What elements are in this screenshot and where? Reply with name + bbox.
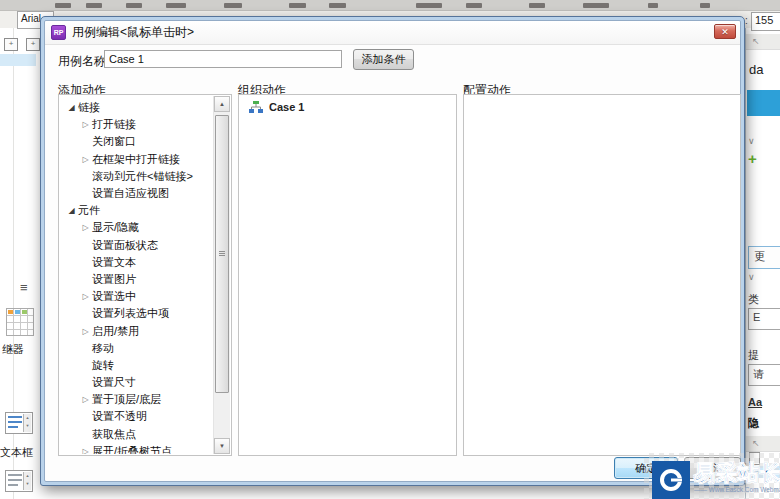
add-interaction-icon[interactable]: + xyxy=(748,150,757,167)
toolbar-fragment xyxy=(466,3,482,8)
case-sitemap-icon xyxy=(249,101,263,113)
watermark-logo-icon xyxy=(652,461,690,499)
tree-expanded-icon[interactable]: ◢ xyxy=(65,103,78,112)
add-condition-button[interactable]: 添加条件 xyxy=(353,49,414,70)
tree-item-label: 打开链接 xyxy=(92,117,136,132)
tree-item[interactable]: 设置不透明 xyxy=(60,408,214,425)
type-dropdown[interactable]: E xyxy=(748,308,780,330)
tree-item[interactable]: ▷在框架中打开链接 xyxy=(60,151,214,168)
selected-widget-preview[interactable] xyxy=(747,90,780,116)
scrollbar-thumb[interactable] xyxy=(215,115,229,393)
dialog-title: 用例编辑<鼠标单击时> xyxy=(72,24,194,41)
grid-cell-orange xyxy=(8,310,13,314)
tree-item[interactable]: ▷设置选中 xyxy=(60,288,214,305)
tree-item[interactable]: 设置尺寸 xyxy=(60,374,214,391)
watermark-subtitle: —— Www.Easck.Com Webmaster xyxy=(694,486,780,492)
chevron-down-icon[interactable]: ∨ xyxy=(748,136,755,146)
tree-item[interactable]: ◢元件 xyxy=(60,202,214,219)
chevron-down-icon[interactable]: ∨ xyxy=(748,272,755,282)
select-arrow-icon: ↖ xyxy=(752,36,760,46)
tree-item[interactable]: 设置图片 xyxy=(60,271,214,288)
tree-collapsed-icon[interactable]: ▷ xyxy=(79,447,92,454)
textfield-widget-icon[interactable]: ▲▼ xyxy=(5,412,33,434)
tree-item[interactable]: 关闭窗口 xyxy=(60,133,214,150)
tree-expanded-icon[interactable]: ◢ xyxy=(65,206,78,215)
tree-item-label: 展开/折叠树节点 xyxy=(92,444,172,454)
tree-item[interactable]: ▷显示/隐藏 xyxy=(60,219,214,236)
toolbar-fragment xyxy=(224,3,242,8)
add-folder-icon[interactable]: + xyxy=(26,38,40,51)
select-arrow-icon: ↖ xyxy=(752,438,760,448)
scroll-down-icon[interactable]: ▼ xyxy=(214,438,230,454)
textarea-widget-icon[interactable]: ▲▼ xyxy=(5,470,33,492)
left-sidebar: + + ≡ 继器 ▲▼ 文本框 ▲▼ xyxy=(0,28,40,499)
inspector-toolbar: ↖ xyxy=(746,34,780,50)
toolbar-fragment xyxy=(416,3,442,8)
tree-item-label: 旋转 xyxy=(92,358,114,373)
tree-item-label: 设置不透明 xyxy=(92,409,147,424)
case-tree-item[interactable]: Case 1 xyxy=(249,101,304,113)
tree-item-label: 设置图片 xyxy=(92,272,136,287)
tree-item-label: 设置自适应视图 xyxy=(92,186,169,201)
hint-style-link[interactable]: Aa xyxy=(748,396,762,408)
tree-collapsed-icon[interactable]: ▷ xyxy=(79,327,92,336)
watermark-title: 易采站长站 xyxy=(694,459,780,487)
scroll-up-icon[interactable]: ▲ xyxy=(214,96,230,112)
top-toolbar xyxy=(0,0,780,11)
outline-toolbar: ↖ xyxy=(746,436,780,452)
panel-menu-icon[interactable]: ≡ xyxy=(20,280,28,295)
repeater-widget-label: 继器 xyxy=(2,342,24,357)
tree-collapsed-icon[interactable]: ▷ xyxy=(79,155,92,164)
more-events-button[interactable]: 更 xyxy=(748,246,780,269)
tree-item[interactable]: 获取焦点 xyxy=(60,426,214,443)
tree-item-label: 滚动到元件<锚链接> xyxy=(92,169,193,184)
toolbar-fragment xyxy=(166,3,186,8)
tree-item[interactable]: ▷打开链接 xyxy=(60,116,214,133)
tree-item-label: 设置面板状态 xyxy=(92,238,158,253)
toolbar-fragment xyxy=(55,3,71,8)
sitemap-selected-row[interactable] xyxy=(0,54,36,66)
tree-collapsed-icon[interactable]: ▷ xyxy=(79,395,92,404)
widget-name-text[interactable]: da xyxy=(749,62,763,77)
type-label: 类 xyxy=(748,292,759,307)
tree-item[interactable]: 设置列表选中项 xyxy=(60,305,214,322)
tree-item[interactable]: 设置面板状态 xyxy=(60,237,214,254)
coordinate-input[interactable]: 155 xyxy=(751,12,780,31)
add-page-icon[interactable]: + xyxy=(4,38,18,51)
case-name-input[interactable] xyxy=(104,50,342,68)
tree-collapsed-icon[interactable]: ▷ xyxy=(79,292,92,301)
textfield-widget-label: 文本框 xyxy=(0,445,33,460)
action-list-scrollbar[interactable]: ▲ ▼ xyxy=(213,96,230,454)
tree-item[interactable]: ▷置于顶层/底层 xyxy=(60,391,214,408)
tree-item-label: 设置尺寸 xyxy=(92,375,136,390)
toolbar-fragment xyxy=(289,3,306,8)
tree-item[interactable]: ▷展开/折叠树节点 xyxy=(60,443,214,454)
tree-item[interactable]: 移动 xyxy=(60,340,214,357)
tree-item[interactable]: ◢链接 xyxy=(60,99,214,116)
tree-item-label: 设置选中 xyxy=(92,289,136,304)
toolbar-fragment xyxy=(648,3,658,8)
tree-item-label: 置于顶层/底层 xyxy=(92,392,161,407)
dialog-titlebar[interactable]: RP 用例编辑<鼠标单击时> xyxy=(45,21,740,45)
tree-item-label: 关闭窗口 xyxy=(92,134,136,149)
case-editor-dialog: RP 用例编辑<鼠标单击时> ✕ 用例名称 添加条件 添加动作 组织动作 配置动… xyxy=(40,16,745,486)
close-button[interactable]: ✕ xyxy=(714,24,736,39)
tree-item[interactable]: 设置文本 xyxy=(60,254,214,271)
tree-collapsed-icon[interactable]: ▷ xyxy=(79,223,92,232)
tree-item[interactable]: ▷启用/禁用 xyxy=(60,322,214,339)
tree-item-label: 在框架中打开链接 xyxy=(92,152,180,167)
tree-item[interactable]: 旋转 xyxy=(60,357,214,374)
toolbar-fragment xyxy=(700,3,710,8)
hint-input[interactable]: 请 xyxy=(748,364,780,386)
action-list: ◢链接▷打开链接关闭窗口▷在框架中打开链接滚动到元件<锚链接>设置自适应视图◢元… xyxy=(58,94,232,456)
action-tree: ◢链接▷打开链接关闭窗口▷在框架中打开链接滚动到元件<锚链接>设置自适应视图◢元… xyxy=(60,96,214,454)
hint-label: 提 xyxy=(748,348,759,363)
repeater-widget-icon[interactable] xyxy=(6,308,34,336)
toolbar-fragment xyxy=(583,3,609,8)
tree-item[interactable]: 设置自适应视图 xyxy=(60,185,214,202)
hide-hint-label: 隐 xyxy=(748,416,759,431)
tree-item-label: 启用/禁用 xyxy=(92,324,139,339)
tree-item[interactable]: 滚动到元件<锚链接> xyxy=(60,168,214,185)
tree-item-label: 显示/隐藏 xyxy=(92,220,139,235)
tree-collapsed-icon[interactable]: ▷ xyxy=(79,120,92,129)
